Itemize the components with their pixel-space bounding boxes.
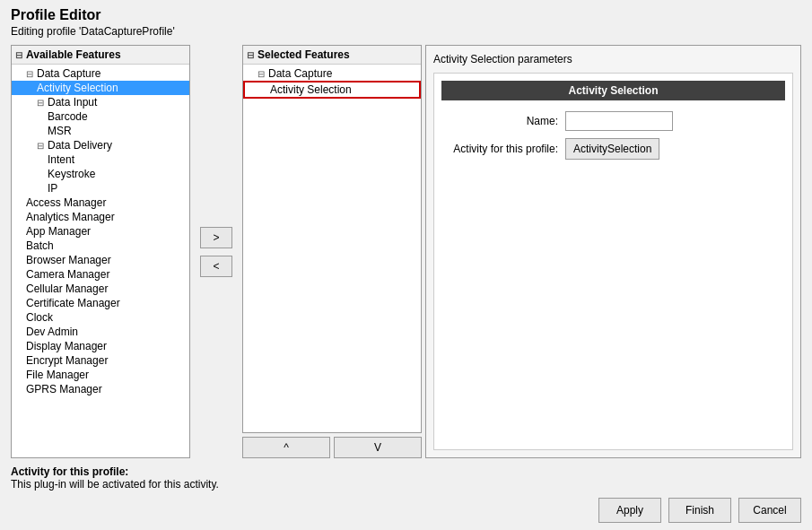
- tree-item-camera-manager[interactable]: Camera Manager: [12, 267, 189, 282]
- name-row: Name:: [441, 111, 785, 131]
- params-section-label: Activity Selection parameters: [433, 53, 793, 65]
- tree-item-keystroke[interactable]: Keystroke: [12, 167, 189, 181]
- tree-item-barcode[interactable]: Barcode: [12, 109, 189, 124]
- name-input[interactable]: [565, 111, 673, 131]
- tree-item-access-manager[interactable]: Access Manager: [12, 195, 189, 210]
- tree-item-data-input[interactable]: ⊟ Data Input: [12, 95, 189, 109]
- selected-data-capture[interactable]: ⊟ Data Capture: [243, 66, 421, 81]
- finish-button[interactable]: Finish: [668, 498, 731, 523]
- available-collapse-icon: ⊟: [15, 50, 26, 60]
- move-down-button[interactable]: V: [334, 437, 422, 458]
- tree-item-dev-admin[interactable]: Dev Admin: [12, 325, 189, 339]
- main-content: ⊟ Available Features ⊟ Data Capture Acti…: [11, 45, 801, 458]
- params-content-header: Activity Selection: [441, 81, 785, 100]
- selected-tree[interactable]: ⊟ Data Capture Activity Selection: [243, 65, 421, 432]
- apply-button[interactable]: Apply: [598, 498, 661, 523]
- selected-features-panel: ⊟ Selected Features ⊟ Data Capture Activ…: [242, 45, 422, 433]
- activity-selection-button[interactable]: ActivitySelection: [565, 138, 659, 160]
- selected-activity-selection[interactable]: Activity Selection: [243, 81, 421, 99]
- cancel-button[interactable]: Cancel: [738, 498, 801, 523]
- transfer-panel: > <: [194, 45, 239, 458]
- tree-item-batch[interactable]: Batch: [12, 239, 189, 253]
- selected-panel-header: ⊟ Selected Features: [243, 46, 421, 65]
- tree-item-msr[interactable]: MSR: [12, 124, 189, 138]
- subtitle: Editing profile 'DataCaptureProfile': [11, 25, 801, 38]
- remove-button[interactable]: <: [200, 256, 232, 277]
- tree-item-app-manager[interactable]: App Manager: [12, 224, 189, 239]
- activity-bottom-desc: This plug-in will be activated for this …: [11, 478, 801, 491]
- selected-panel-wrapper: ⊟ Selected Features ⊟ Data Capture Activ…: [242, 45, 422, 458]
- data-capture-collapse: ⊟: [26, 69, 37, 79]
- tree-item-data-capture[interactable]: ⊟ Data Capture: [12, 66, 189, 81]
- tree-item-encrypt-manager[interactable]: Encrypt Manager: [12, 353, 189, 368]
- params-content: Activity Selection Name: Activity for th…: [433, 73, 793, 450]
- selected-panel-title: Selected Features: [258, 48, 350, 61]
- window-title: Profile Editor: [11, 7, 801, 23]
- move-buttons: ^ V: [242, 437, 422, 458]
- activity-bottom-title: Activity for this profile:: [11, 465, 801, 478]
- activity-row: Activity for this profile: ActivitySelec…: [441, 138, 785, 160]
- selected-collapse-icon: ⊟: [247, 50, 258, 60]
- tree-item-file-manager[interactable]: File Manager: [12, 368, 189, 382]
- available-features-panel: ⊟ Available Features ⊟ Data Capture Acti…: [11, 45, 190, 458]
- tree-item-activity-selection[interactable]: Activity Selection: [12, 81, 189, 95]
- bottom-area: Activity for this profile: This plug-in …: [11, 465, 801, 523]
- data-delivery-collapse: ⊟: [37, 141, 48, 151]
- activity-for-profile-label: Activity for this profile:: [441, 143, 558, 155]
- available-tree[interactable]: ⊟ Data Capture Activity Selection ⊟ Data…: [12, 65, 189, 457]
- tree-item-intent[interactable]: Intent: [12, 152, 189, 167]
- tree-item-analytics-manager[interactable]: Analytics Manager: [12, 210, 189, 224]
- tree-item-data-delivery[interactable]: ⊟ Data Delivery: [12, 138, 189, 152]
- move-up-button[interactable]: ^: [242, 437, 330, 458]
- name-label: Name:: [441, 115, 558, 127]
- tree-item-clock[interactable]: Clock: [12, 310, 189, 325]
- tree-item-browser-manager[interactable]: Browser Manager: [12, 253, 189, 267]
- tree-item-certificate-manager[interactable]: Certificate Manager: [12, 296, 189, 310]
- profile-editor-window: Profile Editor Editing profile 'DataCapt…: [0, 0, 812, 530]
- add-button[interactable]: >: [200, 227, 232, 248]
- tree-item-display-manager[interactable]: Display Manager: [12, 339, 189, 353]
- tree-item-cellular-manager[interactable]: Cellular Manager: [12, 282, 189, 296]
- available-panel-title: Available Features: [26, 48, 121, 61]
- available-panel-header: ⊟ Available Features: [12, 46, 189, 65]
- data-input-collapse: ⊟: [37, 98, 48, 108]
- params-panel: Activity Selection parameters Activity S…: [425, 45, 801, 458]
- footer-buttons: Apply Finish Cancel: [11, 498, 801, 523]
- sel-data-capture-collapse: ⊟: [258, 69, 268, 79]
- tree-item-gprs-manager[interactable]: GPRS Manager: [12, 382, 189, 396]
- tree-item-ip[interactable]: IP: [12, 181, 189, 195]
